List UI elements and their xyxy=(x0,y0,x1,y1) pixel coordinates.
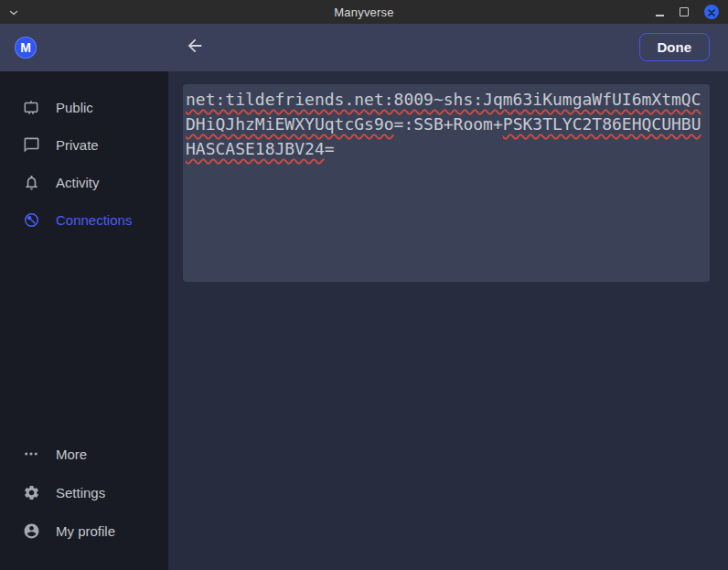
sidebar: Public Private Activity Connections xyxy=(0,71,168,570)
sidebar-item-private[interactable]: Private xyxy=(0,126,168,164)
back-button[interactable] xyxy=(184,37,206,59)
titlebar-menu-chevron[interactable] xyxy=(9,0,18,24)
app-header: M Done xyxy=(0,24,728,71)
sidebar-item-connections[interactable]: Connections xyxy=(0,201,168,239)
sidebar-item-label: Connections xyxy=(56,212,132,228)
sidebar-item-my-profile[interactable]: My profile xyxy=(0,511,168,550)
chat-bubble-icon xyxy=(22,136,40,155)
window-controls xyxy=(656,0,719,24)
sidebar-item-label: Public xyxy=(56,100,93,115)
invite-code-segment: =:SSB+Room+ xyxy=(394,114,503,134)
bell-icon xyxy=(22,174,40,192)
done-button[interactable]: Done xyxy=(639,33,711,61)
sidebar-item-label: Private xyxy=(56,137,99,153)
more-dots-icon xyxy=(22,445,40,463)
titlebar: Manyverse xyxy=(0,0,728,24)
sidebar-item-activity[interactable]: Activity xyxy=(0,164,168,201)
restore-button[interactable] xyxy=(680,4,689,20)
bulletin-board-icon xyxy=(22,99,40,117)
sidebar-item-label: Activity xyxy=(56,175,100,190)
app-logo: M xyxy=(15,37,37,59)
sidebar-item-label: More xyxy=(56,446,87,462)
restore-icon xyxy=(680,7,689,16)
chevron-down-icon xyxy=(9,4,18,20)
close-icon xyxy=(708,4,715,20)
arrow-left-icon xyxy=(185,36,205,59)
window-title: Manyverse xyxy=(334,5,393,19)
connections-icon xyxy=(22,211,40,230)
invite-code-segment: = xyxy=(325,139,335,158)
minimize-button[interactable] xyxy=(656,4,664,20)
minimize-icon xyxy=(656,15,664,16)
main-content: net:tildefriends.net:8009~shs:Jqm63iKumg… xyxy=(168,71,728,570)
sidebar-item-public[interactable]: Public xyxy=(0,89,168,126)
gear-icon xyxy=(22,483,40,501)
sidebar-item-label: Settings xyxy=(56,485,105,500)
invite-code-input[interactable]: net:tildefriends.net:8009~shs:Jqm63iKumg… xyxy=(183,84,710,282)
close-button[interactable] xyxy=(704,5,719,19)
sidebar-item-settings[interactable]: Settings xyxy=(0,473,168,511)
profile-icon xyxy=(22,522,40,540)
sidebar-item-more[interactable]: More xyxy=(0,435,168,473)
sidebar-item-label: My profile xyxy=(56,523,115,539)
